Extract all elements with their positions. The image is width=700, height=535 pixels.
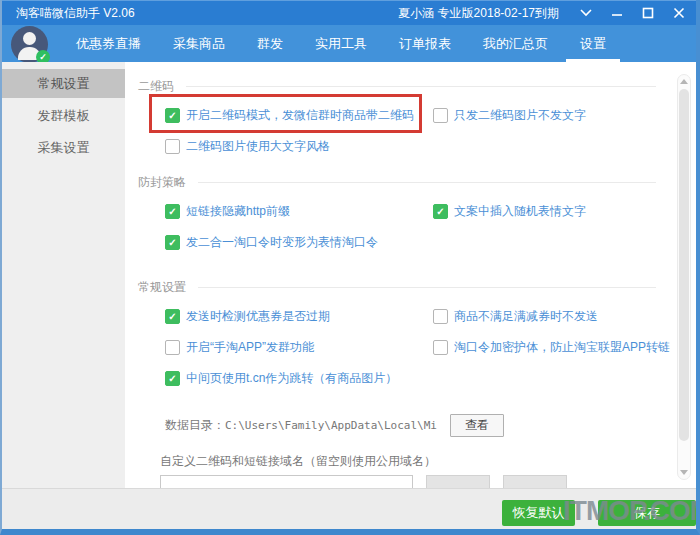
sidebar-item-常规设置[interactable]: 常规设置 bbox=[2, 69, 125, 98]
save-button[interactable]: 保存 bbox=[598, 500, 696, 526]
nav-tab-设置[interactable]: 设置 bbox=[564, 25, 622, 62]
footer: 恢复默认 保存 bbox=[2, 488, 696, 530]
checkbox-label: 二维码图片使用大文字风格 bbox=[186, 138, 330, 155]
checkbox-unchecked-icon[interactable] bbox=[165, 139, 180, 154]
restore-defaults-button[interactable]: 恢复默认 bbox=[502, 500, 575, 526]
avatar[interactable]: ✓ bbox=[11, 26, 48, 63]
window-controls bbox=[579, 6, 686, 20]
vertical-scrollbar[interactable] bbox=[677, 74, 691, 480]
checkbox-option[interactable]: ✓中间页使用t.cn作为跳转（有商品图片） bbox=[165, 370, 397, 387]
checkbox-option[interactable]: 只发二维码图片不发文字 bbox=[433, 107, 586, 124]
data-directory-path: C:\Users\Family\AppData\Local\Mi bbox=[225, 419, 437, 432]
custom-domain-label: 自定义二维码和短链接域名（留空则使用公用域名） bbox=[138, 453, 696, 470]
section: 防封策略✓短链接隐藏http前缀✓文案中插入随机表情文字✓发二合一淘口令时变形为… bbox=[138, 175, 696, 251]
nav-tab-群发[interactable]: 群发 bbox=[241, 25, 299, 62]
nav-items: 优惠券直播采集商品群发实用工具订单报表我的汇总页设置 bbox=[60, 25, 622, 62]
checkbox-row: ✓发送时检测优惠券是否过期商品不满足满减券时不发送 bbox=[138, 307, 696, 325]
nav-tab-订单报表[interactable]: 订单报表 bbox=[383, 25, 467, 62]
user-license-info: 夏小涵 专业版2018-02-17到期 bbox=[398, 5, 559, 22]
checkbox-label: 淘口令加密护体，防止淘宝联盟APP转链 bbox=[454, 339, 670, 356]
clipped-button[interactable] bbox=[503, 475, 567, 488]
checkbox-row: 二维码图片使用大文字风格 bbox=[138, 137, 696, 155]
custom-domain-row bbox=[138, 475, 696, 488]
section-title: 常规设置 bbox=[138, 279, 186, 296]
checkbox-label: 文案中插入随机表情文字 bbox=[454, 203, 586, 220]
checkbox-row: ✓发二合一淘口令时变形为表情淘口令 bbox=[138, 233, 696, 251]
checkbox-checked-icon[interactable]: ✓ bbox=[165, 204, 180, 219]
navbar: ✓ 优惠券直播采集商品群发实用工具订单报表我的汇总页设置 bbox=[2, 25, 696, 62]
nav-tab-我的汇总页[interactable]: 我的汇总页 bbox=[467, 25, 564, 62]
view-button[interactable]: 查看 bbox=[450, 414, 504, 437]
clipped-button[interactable] bbox=[426, 475, 490, 488]
checkbox-label: 发二合一淘口令时变形为表情淘口令 bbox=[186, 234, 378, 251]
section-title: 二维码 bbox=[138, 78, 174, 95]
checkbox-option[interactable]: ✓短链接隐藏http前缀 bbox=[165, 203, 290, 220]
section-header: 二维码 bbox=[138, 79, 696, 93]
checkbox-label: 商品不满足满减券时不发送 bbox=[454, 308, 598, 325]
section-divider bbox=[186, 86, 656, 87]
checkbox-label: 开启“手淘APP”发群功能 bbox=[186, 339, 314, 356]
checkbox-checked-icon[interactable]: ✓ bbox=[165, 309, 180, 324]
checkbox-option[interactable]: 淘口令加密护体，防止淘宝联盟APP转链 bbox=[433, 339, 670, 356]
section-header: 防封策略 bbox=[138, 175, 696, 189]
scroll-up-icon[interactable] bbox=[680, 79, 688, 84]
checkbox-label: 只发二维码图片不发文字 bbox=[454, 107, 586, 124]
app-title: 淘客喵微信助手 V2.06 bbox=[16, 5, 135, 22]
checkbox-option[interactable]: ✓发二合一淘口令时变形为表情淘口令 bbox=[165, 234, 378, 251]
checkbox-option[interactable]: 开启“手淘APP”发群功能 bbox=[165, 339, 314, 356]
checkbox-label: 发送时检测优惠券是否过期 bbox=[186, 308, 330, 325]
checkbox-unchecked-icon[interactable] bbox=[433, 108, 448, 123]
minimize-icon[interactable] bbox=[610, 6, 624, 20]
nav-tab-实用工具[interactable]: 实用工具 bbox=[299, 25, 383, 62]
section-divider bbox=[198, 182, 656, 183]
sidebar-item-发群模板[interactable]: 发群模板 bbox=[2, 101, 125, 130]
checkbox-checked-icon[interactable]: ✓ bbox=[165, 235, 180, 250]
app-window: 淘客喵微信助手 V2.06 夏小涵 专业版2018-02-17到期 ✓ 优惠券直… bbox=[0, 0, 700, 535]
checkbox-unchecked-icon[interactable] bbox=[433, 340, 448, 355]
section-divider bbox=[198, 287, 656, 288]
checkbox-unchecked-icon[interactable] bbox=[165, 340, 180, 355]
scroll-down-icon[interactable] bbox=[680, 470, 688, 475]
checkbox-option[interactable]: ✓发送时检测优惠券是否过期 bbox=[165, 308, 330, 325]
scrollbar-thumb[interactable] bbox=[679, 89, 689, 441]
checkbox-option[interactable]: 商品不满足满减券时不发送 bbox=[433, 308, 598, 325]
checkbox-checked-icon[interactable]: ✓ bbox=[165, 371, 180, 386]
checkbox-row: ✓开启二维码模式，发微信群时商品带二维码只发二维码图片不发文字 bbox=[138, 106, 696, 124]
settings-panel: 二维码✓开启二维码模式，发微信群时商品带二维码只发二维码图片不发文字二维码图片使… bbox=[125, 62, 696, 488]
section: 常规设置✓发送时检测优惠券是否过期商品不满足满减券时不发送开启“手淘APP”发群… bbox=[138, 280, 696, 387]
settings-sections: 二维码✓开启二维码模式，发微信群时商品带二维码只发二维码图片不发文字二维码图片使… bbox=[138, 79, 696, 387]
chevron-down-icon[interactable] bbox=[579, 6, 593, 20]
titlebar: 淘客喵微信助手 V2.06 夏小涵 专业版2018-02-17到期 bbox=[2, 0, 696, 25]
maximize-icon[interactable] bbox=[641, 6, 655, 20]
custom-domain-input[interactable] bbox=[160, 475, 413, 488]
sidebar: 常规设置发群模板采集设置 bbox=[2, 62, 125, 488]
checkbox-row: ✓中间页使用t.cn作为跳转（有商品图片） bbox=[138, 369, 696, 387]
checkbox-checked-icon[interactable]: ✓ bbox=[433, 204, 448, 219]
data-directory-label: 数据目录： bbox=[165, 417, 225, 434]
section-title: 防封策略 bbox=[138, 174, 186, 191]
data-directory-row: 数据目录： C:\Users\Family\AppData\Local\Mi 查… bbox=[138, 413, 696, 437]
close-icon[interactable] bbox=[672, 6, 686, 20]
checkbox-label: 短链接隐藏http前缀 bbox=[186, 203, 290, 220]
section-header: 常规设置 bbox=[138, 280, 696, 294]
checkbox-option[interactable]: ✓文案中插入随机表情文字 bbox=[433, 203, 586, 220]
sidebar-item-采集设置[interactable]: 采集设置 bbox=[2, 133, 125, 162]
checkbox-unchecked-icon[interactable] bbox=[433, 309, 448, 324]
nav-tab-优惠券直播[interactable]: 优惠券直播 bbox=[60, 25, 157, 62]
avatar-person-icon bbox=[23, 32, 36, 45]
checkbox-option[interactable]: ✓开启二维码模式，发微信群时商品带二维码 bbox=[165, 107, 414, 124]
section: 二维码✓开启二维码模式，发微信群时商品带二维码只发二维码图片不发文字二维码图片使… bbox=[138, 79, 696, 155]
checkbox-row: ✓短链接隐藏http前缀✓文案中插入随机表情文字 bbox=[138, 202, 696, 220]
checkbox-label: 开启二维码模式，发微信群时商品带二维码 bbox=[186, 107, 414, 124]
checkbox-option[interactable]: 二维码图片使用大文字风格 bbox=[165, 138, 330, 155]
checkbox-checked-icon[interactable]: ✓ bbox=[165, 108, 180, 123]
checkbox-label: 中间页使用t.cn作为跳转（有商品图片） bbox=[186, 370, 397, 387]
checkbox-row: 开启“手淘APP”发群功能淘口令加密护体，防止淘宝联盟APP转链 bbox=[138, 338, 696, 356]
nav-tab-采集商品[interactable]: 采集商品 bbox=[157, 25, 241, 62]
